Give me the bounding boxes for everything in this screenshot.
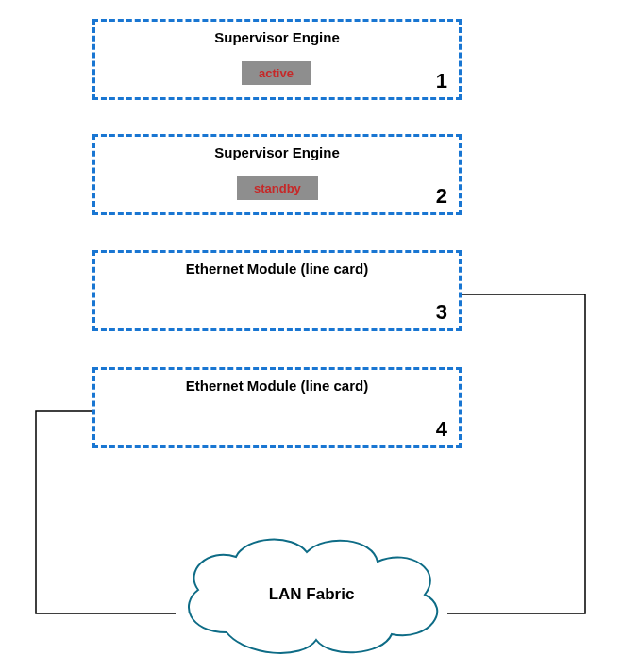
diagram-canvas: Supervisor Engine active 1 Supervisor En… <box>0 0 622 672</box>
state-badge-standby: standby <box>237 176 318 200</box>
module-title: Supervisor Engine <box>95 29 459 45</box>
slot-number: 3 <box>436 300 447 325</box>
module-slot-1: Supervisor Engine active 1 <box>92 19 462 100</box>
slot-number: 2 <box>436 184 447 209</box>
lan-fabric-cloud: LAN Fabric <box>170 529 453 661</box>
module-title: Ethernet Module (line card) <box>95 260 459 277</box>
module-slot-4: Ethernet Module (line card) 4 <box>92 367 462 448</box>
module-slot-2: Supervisor Engine standby 2 <box>92 134 462 215</box>
module-title: Supervisor Engine <box>95 144 459 160</box>
module-slot-3: Ethernet Module (line card) 3 <box>92 250 462 331</box>
slot-number: 4 <box>436 417 447 442</box>
slot-number: 1 <box>436 69 447 93</box>
state-badge-active: active <box>242 61 311 85</box>
module-title: Ethernet Module (line card) <box>95 378 459 394</box>
cloud-label: LAN Fabric <box>170 585 453 604</box>
